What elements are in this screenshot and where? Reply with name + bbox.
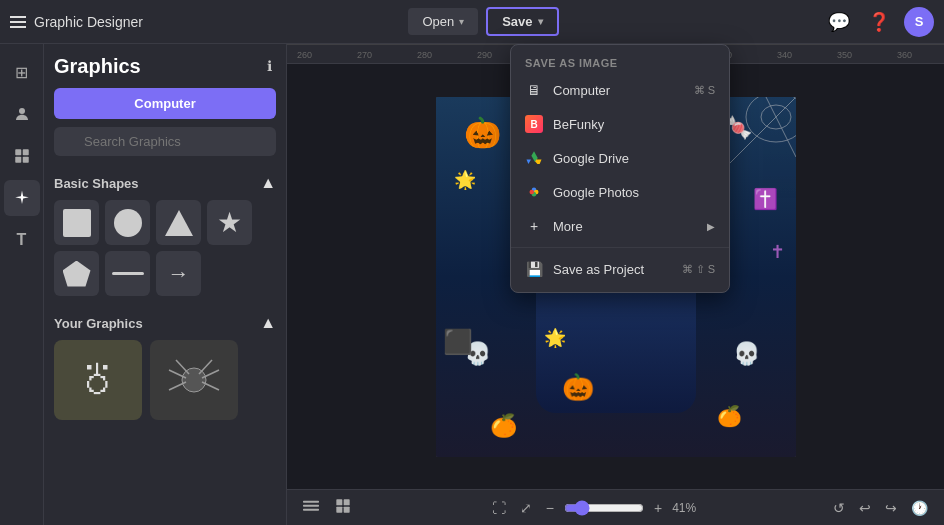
svg-text:270: 270: [357, 50, 372, 60]
computer-upload-button[interactable]: Computer: [54, 88, 276, 119]
search-wrap: 🔍: [54, 127, 276, 156]
open-chevron: ▾: [459, 16, 464, 27]
svg-rect-35: [336, 499, 342, 505]
svg-rect-37: [336, 507, 342, 513]
app-logo: Graphic Designer: [10, 14, 143, 30]
your-graphics-section: Your Graphics ▲: [54, 314, 276, 332]
save-befunky-item[interactable]: B BeFunky: [511, 107, 729, 141]
zoom-out-icon-btn[interactable]: −: [542, 498, 558, 518]
computer-icon: 🖥: [525, 81, 543, 99]
shape-square[interactable]: [54, 200, 99, 245]
save-chevron: ▾: [538, 16, 543, 27]
collapse-icon[interactable]: ▲: [260, 174, 276, 192]
panel-title: Graphics: [54, 55, 141, 78]
svg-rect-8: [22, 157, 28, 163]
chat-icon-btn[interactable]: 💬: [824, 7, 854, 37]
save-google-photos-item[interactable]: Google Photos: [511, 175, 729, 209]
zoom-slider[interactable]: [564, 500, 644, 516]
bottom-center: ⛶ ⤢ − + 41%: [488, 498, 696, 518]
panel-info-icon[interactable]: ℹ: [263, 54, 276, 78]
sidebar-sparkle-icon[interactable]: [4, 180, 40, 216]
layers-icon-btn[interactable]: [299, 496, 323, 519]
sidebar-icons: ⊞ T: [0, 44, 44, 525]
save-more-item[interactable]: + More ▶: [511, 209, 729, 243]
refresh-icon-btn[interactable]: ↺: [829, 498, 849, 518]
save-as-project-item[interactable]: 💾 Save as Project ⌘ ⇧ S: [511, 252, 729, 286]
collapse-your-graphics-icon[interactable]: ▲: [260, 314, 276, 332]
grid-view-icon-btn[interactable]: [331, 496, 355, 519]
panel-header: Graphics ℹ: [54, 54, 276, 78]
fit-screen-icon-btn[interactable]: ⛶: [488, 498, 510, 518]
svg-rect-36: [344, 499, 350, 505]
befunky-icon: B: [525, 115, 543, 133]
shape-circle[interactable]: [105, 200, 150, 245]
computer-label: Computer: [553, 83, 610, 98]
basic-shapes-section: Basic Shapes ▲: [54, 174, 276, 192]
befunky-label: BeFunky: [553, 117, 604, 132]
more-chevron-icon: ▶: [707, 221, 715, 232]
save-google-drive-item[interactable]: Google Drive: [511, 141, 729, 175]
save-dropdown: Save as Image 🖥 Computer ⌘ S B BeFunky G…: [510, 44, 730, 293]
bottom-left: [299, 496, 355, 519]
shapes-grid: ★ →: [54, 200, 276, 296]
save-project-icon: 💾: [525, 260, 543, 278]
hamburger-menu[interactable]: [10, 16, 26, 28]
shape-triangle[interactable]: [156, 200, 201, 245]
topbar-center: Open ▾ Save ▾: [153, 7, 814, 36]
undo-icon-btn[interactable]: ↩: [855, 498, 875, 518]
open-button[interactable]: Open ▾: [408, 8, 478, 35]
svg-text:290: 290: [477, 50, 492, 60]
svg-point-4: [19, 108, 25, 114]
save-as-project-label: Save as Project: [553, 262, 644, 277]
search-input[interactable]: [54, 127, 276, 156]
bottom-right: ↺ ↩ ↪ 🕐: [829, 498, 932, 518]
svg-rect-38: [344, 507, 350, 513]
svg-point-30: [746, 97, 796, 142]
dropdown-divider: [511, 247, 729, 248]
svg-text:350: 350: [837, 50, 852, 60]
avatar[interactable]: S: [904, 7, 934, 37]
computer-shortcut: ⌘ S: [694, 84, 715, 97]
left-panel: Graphics ℹ Computer 🔍 Basic Shapes ▲ ★ →…: [44, 44, 287, 525]
svg-line-14: [176, 360, 189, 374]
shape-pentagon[interactable]: [54, 251, 99, 296]
svg-text:360: 360: [897, 50, 912, 60]
svg-rect-32: [303, 509, 319, 511]
svg-text:340: 340: [777, 50, 792, 60]
google-photos-label: Google Photos: [553, 185, 639, 200]
expand-icon-btn[interactable]: ⤢: [516, 498, 536, 518]
sidebar-grid-icon[interactable]: ⊞: [4, 54, 40, 90]
svg-point-9: [182, 368, 206, 392]
zoom-in-icon-btn[interactable]: +: [650, 498, 666, 518]
history-icon-btn[interactable]: 🕐: [907, 498, 932, 518]
bottom-bar: ⛶ ⤢ − + 41% ↺ ↩ ↪ 🕐: [287, 489, 944, 525]
save-project-shortcut: ⌘ ⇧ S: [682, 263, 715, 276]
svg-rect-33: [303, 505, 319, 507]
sidebar-person-icon[interactable]: [4, 96, 40, 132]
svg-rect-34: [303, 501, 319, 503]
svg-rect-6: [22, 149, 28, 155]
main-area: ⊞ T Graphics ℹ Computer 🔍 Basic Shapes ▲: [0, 44, 944, 525]
save-button[interactable]: Save ▾: [486, 7, 558, 36]
your-graphics-title: Your Graphics: [54, 316, 143, 331]
sidebar-text-icon[interactable]: T: [4, 222, 40, 258]
redo-icon-btn[interactable]: ↪: [881, 498, 901, 518]
svg-text:260: 260: [297, 50, 312, 60]
svg-line-15: [199, 360, 212, 374]
graphic-spider[interactable]: [150, 340, 238, 420]
more-label: More: [553, 219, 583, 234]
graphics-grid: ⛣: [54, 340, 276, 420]
sidebar-layout-icon[interactable]: [4, 138, 40, 174]
svg-rect-7: [15, 157, 21, 163]
graphic-coffin[interactable]: ⛣: [54, 340, 142, 420]
shape-line[interactable]: [105, 251, 150, 296]
google-photos-icon: [525, 183, 543, 201]
save-computer-item[interactable]: 🖥 Computer ⌘ S: [511, 73, 729, 107]
svg-text:280: 280: [417, 50, 432, 60]
help-icon-btn[interactable]: ❓: [864, 7, 894, 37]
shape-star[interactable]: ★: [207, 200, 252, 245]
topbar: Graphic Designer Open ▾ Save ▾ 💬 ❓ S: [0, 0, 944, 44]
shape-arrow[interactable]: →: [156, 251, 201, 296]
save-as-image-label: Save as Image: [511, 51, 729, 73]
svg-rect-5: [15, 149, 21, 155]
